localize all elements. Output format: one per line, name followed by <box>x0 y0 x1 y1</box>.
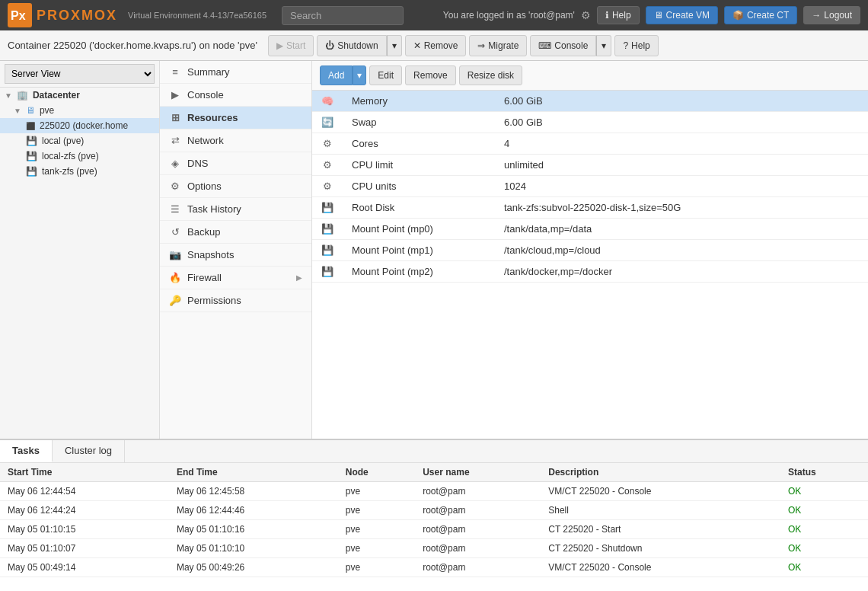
nav-item-firewall[interactable]: 🔥 Firewall ▶ <box>160 267 311 289</box>
col-start-time[interactable]: Start Time <box>0 463 169 482</box>
table-row[interactable]: 🔄 Swap 6.00 GiB <box>312 112 868 133</box>
task-user: root@pam <box>415 558 541 577</box>
storage-icon-2: 💾 <box>26 151 37 161</box>
action-help-button[interactable]: ? Help <box>614 35 658 56</box>
edit-button[interactable]: Edit <box>369 65 402 85</box>
task-history-icon: ☰ <box>169 203 181 215</box>
tab-cluster-log[interactable]: Cluster log <box>53 440 125 462</box>
table-row[interactable]: 💾 Mount Point (mp0) /tank/data,mp=/data <box>312 219 868 240</box>
sidebar-item-tank-zfs[interactable]: 💾 tank-zfs (pve) <box>0 164 159 179</box>
shutdown-button[interactable]: ⏻ Shutdown <box>317 35 386 56</box>
row-value: 6.00 GiB <box>495 91 868 112</box>
task-start: May 05 01:10:15 <box>0 520 169 539</box>
resources-table: 🧠 Memory 6.00 GiB 🔄 Swap 6.00 GiB ⚙ Core… <box>312 91 868 283</box>
resize-disk-button[interactable]: Resize disk <box>459 65 522 85</box>
table-row[interactable]: ⚙ CPU limit unlimited <box>312 155 868 176</box>
remove-icon: ✕ <box>413 40 421 51</box>
col-end-time[interactable]: End Time <box>169 463 338 482</box>
add-button[interactable]: Add <box>320 65 353 85</box>
task-description: VM/CT 225020 - Console <box>541 558 780 577</box>
migrate-button[interactable]: ⇒ Migrate <box>469 35 527 56</box>
nav-item-network[interactable]: ⇄ Network <box>160 129 311 152</box>
server-view-select-container: Server View <box>0 61 159 88</box>
nav-item-permissions[interactable]: 🔑 Permissions <box>160 289 311 312</box>
pve-icon: 🖥 <box>26 105 35 116</box>
list-item[interactable]: May 05 01:10:07 May 05 01:10:10 pve root… <box>0 539 868 558</box>
start-button[interactable]: ▶ Start <box>268 35 314 56</box>
col-node[interactable]: Node <box>338 463 415 482</box>
nav-item-snapshots[interactable]: 📷 Snapshots <box>160 244 311 267</box>
add-dropdown-btn[interactable]: ▾ <box>353 65 366 85</box>
snapshots-icon: 📷 <box>169 249 181 260</box>
create-ct-button[interactable]: 📦 Create CT <box>724 6 797 24</box>
tasks-table: Start Time End Time Node User name Descr… <box>0 463 868 577</box>
main-content: Server View ▼ 🏢 Datacenter ▼ 🖥 pve ⬛ 225… <box>0 61 868 439</box>
table-row[interactable]: 💾 Mount Point (mp1) /tank/cloud,mp=/clou… <box>312 240 868 261</box>
task-description: CT 225020 - Start <box>541 520 780 539</box>
row-icon: 🔄 <box>312 112 343 133</box>
remove-resource-button[interactable]: Remove <box>405 65 456 85</box>
chevron-down-icon: ▾ <box>392 40 397 51</box>
task-node: pve <box>338 558 415 577</box>
nav-item-resources[interactable]: ⊞ Resources <box>160 107 311 129</box>
row-label: Mount Point (mp1) <box>343 240 495 261</box>
sidebar-item-datacenter[interactable]: ▼ 🏢 Datacenter <box>0 88 159 103</box>
row-value: /tank/docker,mp=/docker <box>495 261 868 283</box>
dns-icon: ◈ <box>169 158 181 169</box>
search-input[interactable] <box>282 6 404 25</box>
table-row[interactable]: ⚙ Cores 4 <box>312 133 868 155</box>
create-vm-icon: 🖥 <box>654 10 663 21</box>
sidebar-item-local-zfs[interactable]: 💾 local-zfs (pve) <box>0 149 159 164</box>
nav-item-summary[interactable]: ≡ Summary <box>160 61 311 84</box>
list-item[interactable]: May 05 00:49:14 May 05 00:49:26 pve root… <box>0 558 868 577</box>
table-row[interactable]: 💾 Mount Point (mp2) /tank/docker,mp=/doc… <box>312 261 868 283</box>
permissions-label: Permissions <box>187 295 241 306</box>
snapshots-label: Snapshots <box>187 249 234 260</box>
task-end: May 05 01:10:10 <box>169 539 338 558</box>
col-user[interactable]: User name <box>415 463 541 482</box>
col-description[interactable]: Description <box>541 463 780 482</box>
resources-table-container: 🧠 Memory 6.00 GiB 🔄 Swap 6.00 GiB ⚙ Core… <box>312 91 868 439</box>
remove-button[interactable]: ✕ Remove <box>405 35 467 56</box>
shutdown-dropdown[interactable]: ▾ <box>387 35 402 56</box>
task-start: May 05 00:49:14 <box>0 558 169 577</box>
topbar-right: You are logged in as 'root@pam' ⚙ ℹ Help… <box>443 6 860 24</box>
gear-icon[interactable]: ⚙ <box>581 9 591 21</box>
table-row[interactable]: 💾 Root Disk tank-zfs:subvol-225020-disk-… <box>312 197 868 219</box>
permissions-icon: 🔑 <box>169 295 181 306</box>
task-status: OK <box>780 501 868 520</box>
nav-item-console[interactable]: ▶ Console <box>160 84 311 107</box>
shutdown-icon: ⏻ <box>325 40 334 51</box>
nav-item-dns[interactable]: ◈ DNS <box>160 152 311 175</box>
table-row[interactable]: ⚙ CPU units 1024 <box>312 176 868 197</box>
row-icon: ⚙ <box>312 133 343 155</box>
task-status: OK <box>780 558 868 577</box>
list-item[interactable]: May 06 12:44:24 May 06 12:44:46 pve root… <box>0 501 868 520</box>
console-button[interactable]: ⌨ Console <box>530 35 596 56</box>
list-item[interactable]: May 05 01:10:15 May 05 01:10:16 pve root… <box>0 520 868 539</box>
tab-tasks[interactable]: Tasks <box>0 440 53 462</box>
nav-item-options[interactable]: ⚙ Options <box>160 175 311 198</box>
help-button[interactable]: ℹ Help <box>597 6 640 24</box>
console-dropdown[interactable]: ▾ <box>596 35 611 56</box>
list-item[interactable]: May 06 12:44:54 May 06 12:45:58 pve root… <box>0 482 868 501</box>
nav-item-backup[interactable]: ↺ Backup <box>160 221 311 244</box>
chevron-down-icon-2: ▾ <box>602 40 606 51</box>
task-node: pve <box>338 482 415 501</box>
console-group: ⌨ Console ▾ <box>530 35 611 56</box>
action-help-icon: ? <box>623 40 628 51</box>
sidebar-item-local[interactable]: 💾 local (pve) <box>0 133 159 149</box>
nav-item-task-history[interactable]: ☰ Task History <box>160 198 311 221</box>
server-view-select[interactable]: Server View <box>5 64 155 84</box>
create-vm-button[interactable]: 🖥 Create VM <box>646 6 718 24</box>
sidebar-item-pve[interactable]: ▼ 🖥 pve <box>0 103 159 118</box>
backup-icon: ↺ <box>169 226 181 238</box>
row-label: Root Disk <box>343 197 495 219</box>
sidebar-item-vm[interactable]: ⬛ 225020 (docker.home <box>0 118 159 133</box>
logout-button[interactable]: → Logout <box>803 6 860 24</box>
col-status[interactable]: Status <box>780 463 868 482</box>
table-row[interactable]: 🧠 Memory 6.00 GiB <box>312 91 868 112</box>
row-label: Mount Point (mp2) <box>343 261 495 283</box>
task-user: root@pam <box>415 539 541 558</box>
task-status: OK <box>780 539 868 558</box>
